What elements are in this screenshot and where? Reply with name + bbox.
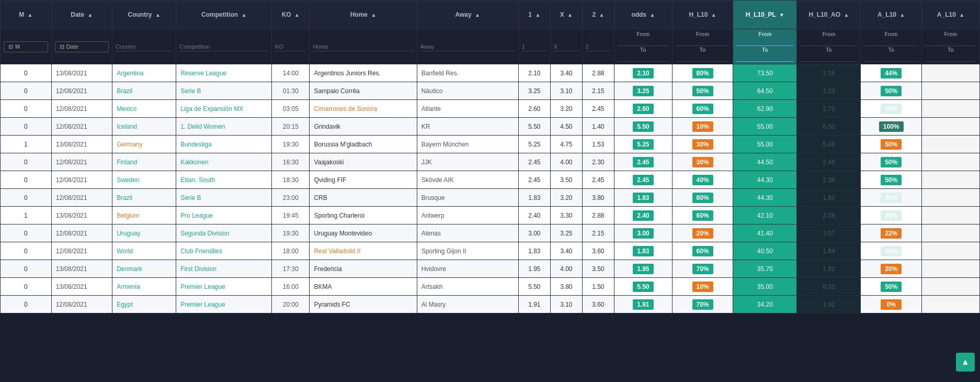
cell-away: Artsakh	[417, 278, 518, 296]
odds-to-input[interactable]	[618, 53, 669, 62]
cell-1: 1.83	[518, 189, 550, 207]
al10-from-input[interactable]	[864, 37, 918, 46]
cell-al10last	[921, 153, 979, 171]
cell-2: 3.50	[582, 260, 614, 278]
col-header-home[interactable]: Home ▲	[310, 1, 417, 29]
col-header-al10[interactable]: A_L10 ▲	[861, 1, 922, 29]
cell-competition: Segunda Division	[176, 224, 272, 242]
filter-country	[112, 29, 176, 64]
col-header-1[interactable]: 1 ▲	[518, 1, 550, 29]
odds-from-input[interactable]	[618, 37, 669, 46]
filter-away-input[interactable]	[420, 42, 515, 51]
al10last-from-input[interactable]	[925, 37, 976, 46]
cell-ko: 14:00	[272, 64, 310, 82]
cell-date: 12/08/2021	[51, 296, 112, 313]
col-header-hl10[interactable]: H_L10 ▲	[672, 1, 733, 29]
cell-hl10ao: 6.33	[797, 278, 861, 296]
cell-m: 0	[1, 189, 52, 207]
cell-country: Sweden	[112, 171, 176, 189]
cell-country: Iceland	[112, 118, 176, 136]
funnel-icon-date: ⊟	[60, 43, 64, 50]
cell-away: Banfield Res.	[417, 64, 518, 82]
cell-ko: 18:00	[272, 242, 310, 260]
filter-2-input[interactable]	[586, 42, 611, 51]
cell-m: 0	[1, 153, 52, 171]
cell-hl10ao: 6.50	[797, 118, 861, 136]
filter-date-button[interactable]: ⊟ Date	[55, 41, 109, 52]
cell-m: 0	[1, 278, 52, 296]
filter-ko-input[interactable]	[275, 42, 306, 51]
filter-x-input[interactable]	[554, 42, 579, 51]
cell-x: 3.80	[550, 278, 582, 296]
sort-icon-x: ▲	[567, 12, 573, 18]
cell-2: 2.88	[582, 207, 614, 224]
col-header-date[interactable]: Date ▲	[51, 1, 112, 29]
cell-x: 3.30	[550, 207, 582, 224]
cell-hl10pl: 73.50	[733, 64, 797, 82]
table-row: 1 13/08/2021 Belgium Pro League 19:45 Sp…	[1, 207, 980, 224]
cell-al10: 50%	[861, 278, 922, 296]
cell-odds: 1.83	[614, 242, 672, 260]
table-row: 0 13/08/2021 Argentina Reserve League 14…	[1, 64, 980, 82]
sort-icon-home: ▲	[371, 12, 376, 18]
sort-icon-away: ▲	[475, 12, 480, 18]
col-header-country[interactable]: Country ▲	[112, 1, 176, 29]
filter-m-button[interactable]: ⊟ M	[4, 41, 48, 52]
col-header-hl10pl[interactable]: H_L10_PL ▼	[733, 1, 797, 29]
cell-odds: 2.10	[614, 64, 672, 82]
col-header-ko[interactable]: KO ▲	[272, 1, 310, 29]
col-header-away[interactable]: Away ▲	[417, 1, 518, 29]
cell-hl10: 50%	[672, 82, 733, 100]
cell-m: 0	[1, 118, 52, 136]
cell-1: 2.60	[518, 100, 550, 118]
cell-hl10: 60%	[672, 207, 733, 224]
table-row: 0 12/08/2021 Brazil Serie B 23:00 CRB Br…	[1, 189, 980, 207]
al10-to-input[interactable]	[864, 53, 918, 62]
al10-from-row: From	[864, 31, 918, 46]
cell-hl10ao: 2.16	[797, 64, 861, 82]
odds-from-label: From	[618, 31, 669, 37]
col-header-2[interactable]: 2 ▲	[582, 1, 614, 29]
filter-1-input[interactable]	[522, 42, 547, 51]
cell-home: Fredericia	[310, 260, 417, 278]
cell-competition: Premier League	[176, 278, 272, 296]
cell-date: 12/08/2021	[51, 171, 112, 189]
col-header-x[interactable]: X ▲	[550, 1, 582, 29]
sort-icon-ko: ▲	[294, 12, 300, 18]
cell-hl10ao: 3.23	[797, 82, 861, 100]
col-header-hl10ao[interactable]: H_L10_AO ▲	[797, 1, 861, 29]
filter-home-input[interactable]	[313, 42, 413, 51]
hl10pl-from-input[interactable]	[736, 37, 793, 46]
col-header-competition[interactable]: Competition ▲	[176, 1, 272, 29]
al10-from-label: From	[864, 31, 918, 37]
cell-1: 1.91	[518, 296, 550, 313]
hl10-to-input[interactable]	[676, 53, 730, 62]
hl10ao-from-input[interactable]	[800, 37, 857, 46]
cell-ko: 19:30	[272, 136, 310, 153]
cell-hl10pl: 44.30	[733, 189, 797, 207]
col-header-m[interactable]: M ▲	[1, 1, 52, 29]
hl10pl-to-input[interactable]	[736, 53, 793, 62]
cell-hl10pl: 44.30	[733, 171, 797, 189]
cell-hl10: 60%	[672, 242, 733, 260]
cell-2: 2.45	[582, 100, 614, 118]
cell-x: 3.10	[550, 296, 582, 313]
table-row: 0 12/08/2021 Mexico Liga de Expansión MX…	[1, 100, 980, 118]
col-header-odds[interactable]: odds ▲	[614, 1, 672, 29]
cell-al10: 100%	[861, 118, 922, 136]
al10last-to-input[interactable]	[925, 53, 976, 62]
cell-home: BKMA	[310, 278, 417, 296]
filter-competition-input[interactable]	[179, 42, 268, 51]
cell-ko: 20:00	[272, 296, 310, 313]
cell-ko: 23:00	[272, 189, 310, 207]
hl10ao-from-row: From	[800, 31, 857, 46]
col-header-al10last[interactable]: A_L10 ▲	[921, 1, 979, 29]
hl10-from-input[interactable]	[676, 37, 730, 46]
hl10ao-to-input[interactable]	[800, 53, 857, 62]
filter-hl10ao: From To	[797, 29, 861, 64]
filter-country-input[interactable]	[116, 42, 173, 51]
cell-hl10: 30%	[672, 153, 733, 171]
cell-2: 2.15	[582, 224, 614, 242]
cell-hl10ao: 1.80	[797, 189, 861, 207]
filter-al10: From To	[861, 29, 922, 64]
